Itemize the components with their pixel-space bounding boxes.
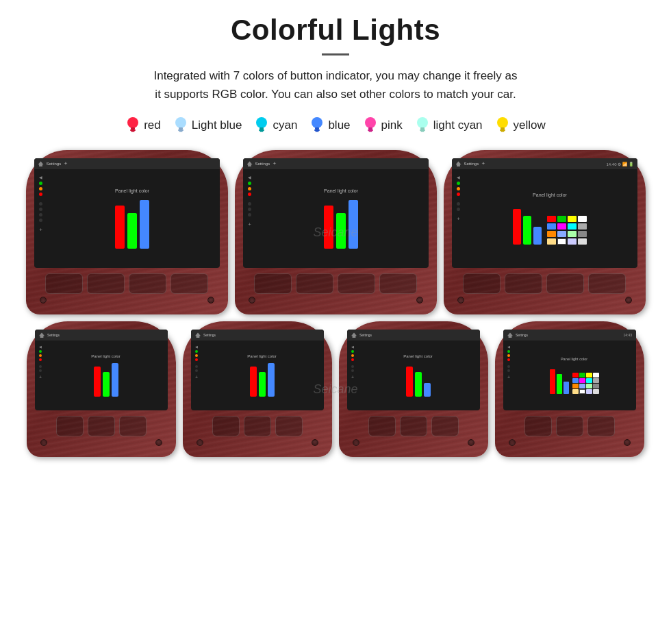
knob-row-s4 xyxy=(503,436,636,446)
svg-rect-1 xyxy=(131,127,135,129)
car-button[interactable] xyxy=(524,416,552,436)
svg-rect-2 xyxy=(130,129,136,131)
color-item-cyan: cyan xyxy=(254,116,297,135)
units-row-2-inner: Settings ◀ + xyxy=(21,321,650,457)
car-button[interactable] xyxy=(275,416,303,436)
color-item-pink: pink xyxy=(363,116,403,135)
button-row-s3 xyxy=(347,416,480,436)
car-button[interactable] xyxy=(88,416,115,436)
home-icon xyxy=(38,161,44,166)
panel-light-label-3: Panel light color xyxy=(533,193,567,197)
screen-s3: Settings ◀ + xyxy=(347,330,480,410)
screen-1: Settings ✦ ◀ xyxy=(34,158,220,268)
car-button[interactable] xyxy=(587,416,615,436)
screen-s4: Settings 14:43 ◀ xyxy=(503,330,636,410)
home-icon-s1 xyxy=(39,332,45,338)
knob-left-2 xyxy=(249,297,255,304)
svg-rect-3 xyxy=(131,131,135,132)
svg-point-12 xyxy=(312,117,322,128)
knob-row-2 xyxy=(243,294,429,304)
car-button[interactable] xyxy=(296,273,333,294)
car-button[interactable] xyxy=(400,416,427,436)
car-unit-3: Settings ✦ 14:40 ⚙ 📶 🔋 ◀ xyxy=(444,150,646,314)
knob-left-s1 xyxy=(40,439,47,446)
knob-row-s3 xyxy=(347,436,480,446)
car-button[interactable] xyxy=(546,273,584,294)
car-button[interactable] xyxy=(338,273,375,294)
home-icon-3 xyxy=(456,161,461,166)
units-row-1: Settings ✦ ◀ xyxy=(21,150,650,314)
svg-rect-21 xyxy=(420,127,425,129)
car-button[interactable] xyxy=(119,416,147,436)
knob-row xyxy=(34,294,220,304)
car-button[interactable] xyxy=(463,273,501,294)
car-button[interactable] xyxy=(45,273,83,294)
knob-right-2 xyxy=(416,297,423,304)
car-button[interactable] xyxy=(431,416,459,436)
color-label-pink: pink xyxy=(381,119,403,132)
screen-s2: Settings ◀ + xyxy=(191,330,324,410)
blue-bulb-icon xyxy=(309,116,325,135)
title-divider xyxy=(322,53,349,55)
car-button[interactable] xyxy=(56,416,84,436)
car-button[interactable] xyxy=(170,273,208,294)
knob-left-3 xyxy=(457,297,464,304)
description: Integrated with 7 colors of button indic… xyxy=(41,66,630,103)
svg-rect-9 xyxy=(259,127,264,129)
svg-point-0 xyxy=(127,117,138,128)
button-row-s1 xyxy=(35,416,168,436)
car-button[interactable] xyxy=(379,273,417,294)
color-label-cyan: cyan xyxy=(273,119,297,132)
panel-light-label-1: Panel light color xyxy=(115,188,149,193)
car-button[interactable] xyxy=(556,416,583,436)
cyan-bulb-icon xyxy=(254,116,269,135)
car-button[interactable] xyxy=(87,273,125,294)
pink-bulb-icon xyxy=(363,116,378,135)
svg-point-8 xyxy=(256,117,267,128)
car-unit-small-2: Settings ◀ + xyxy=(183,321,332,457)
svg-rect-23 xyxy=(420,131,424,132)
button-row-2 xyxy=(243,273,429,294)
color-label-lightcyan: light cyan xyxy=(433,119,483,132)
car-button[interactable] xyxy=(254,273,292,294)
home-icon-s4 xyxy=(507,332,513,338)
screen-header-s2: Settings xyxy=(191,330,324,340)
red-bulb-icon xyxy=(125,116,140,135)
svg-point-16 xyxy=(365,117,376,128)
color-label-lightblue: Light blue xyxy=(192,119,242,132)
color-label-blue: blue xyxy=(328,119,350,132)
svg-rect-22 xyxy=(420,129,425,131)
car-button[interactable] xyxy=(588,273,626,294)
color-item-yellow: yellow xyxy=(495,116,546,135)
car-button[interactable] xyxy=(129,273,166,294)
color-item-lightblue: Light blue xyxy=(173,116,242,135)
svg-rect-6 xyxy=(178,129,183,131)
title-section: Colorful Lights Integrated with 7 colors… xyxy=(21,14,650,103)
knob-right-s1 xyxy=(155,439,162,446)
car-button[interactable] xyxy=(368,416,396,436)
svg-point-24 xyxy=(497,117,508,128)
svg-rect-7 xyxy=(179,131,182,132)
car-button[interactable] xyxy=(244,416,271,436)
home-icon-s3 xyxy=(351,332,357,338)
car-unit-small-1: Settings ◀ + xyxy=(27,321,176,457)
car-button[interactable] xyxy=(212,416,240,436)
lightblue-bulb-icon xyxy=(173,116,188,135)
button-row-s4 xyxy=(503,416,636,436)
svg-point-4 xyxy=(175,117,186,128)
screen-2: Settings ✦ ◀ xyxy=(243,158,429,268)
car-unit-1: Settings ✦ ◀ xyxy=(26,150,228,314)
car-unit-small-4: Settings 14:43 ◀ xyxy=(495,321,644,457)
screen-header-s4: Settings 14:43 xyxy=(503,330,636,340)
car-button[interactable] xyxy=(505,273,542,294)
wifi-icon: ✦ xyxy=(64,161,68,166)
knob-row-s2 xyxy=(191,436,324,446)
knob-right-s4 xyxy=(624,439,631,446)
knob-left xyxy=(40,297,47,304)
knob-right-s2 xyxy=(312,439,318,446)
settings-label-2: Settings xyxy=(255,162,270,166)
svg-rect-13 xyxy=(315,127,319,129)
svg-rect-5 xyxy=(179,127,183,129)
color-item-lightcyan: light cyan xyxy=(415,116,483,135)
settings-label: Settings xyxy=(47,162,62,166)
